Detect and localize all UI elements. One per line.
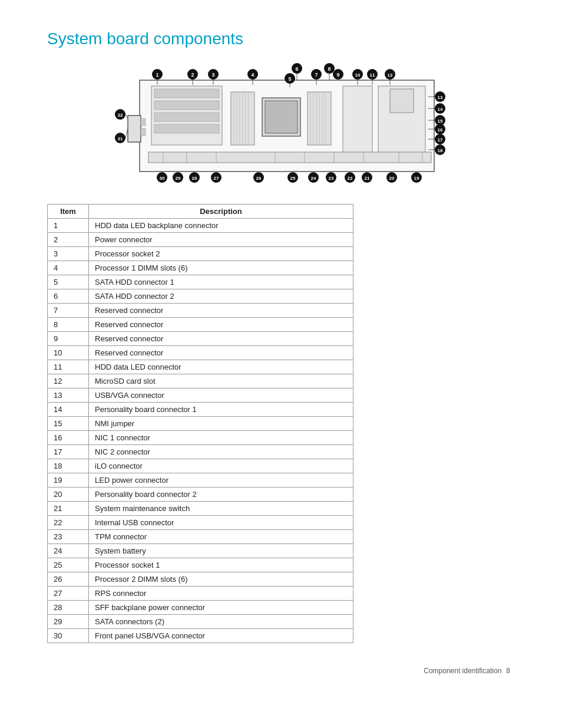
svg-text:29: 29: [176, 176, 181, 181]
svg-text:31: 31: [118, 136, 123, 141]
svg-text:7: 7: [315, 72, 318, 78]
table-row: 13USB/VGA connector: [48, 388, 353, 403]
table-cell-description: iLO connector: [89, 459, 353, 473]
svg-text:17: 17: [438, 137, 443, 143]
svg-text:21: 21: [365, 176, 370, 181]
svg-text:20: 20: [389, 176, 395, 181]
diagram-svg: 1 2 3 4 5 6 7 8 9 10 11 12 13 14 15 16 1…: [98, 62, 464, 192]
svg-rect-26: [141, 118, 146, 126]
table-cell-description: MicroSD card slot: [89, 374, 353, 388]
page-title: System board components: [47, 29, 515, 48]
svg-text:15: 15: [438, 118, 443, 124]
table-row: 24System battery: [48, 544, 353, 558]
table-cell-description: HDD data LED connector: [89, 360, 353, 374]
page-footer: Component identification 8: [47, 667, 515, 675]
table-cell-item: 27: [48, 587, 89, 601]
svg-rect-25: [128, 116, 141, 142]
table-row: 19LED power connector: [48, 473, 353, 487]
table-row: 20Personality board connector 2: [48, 487, 353, 502]
table-cell-description: RPS connector: [89, 587, 353, 601]
table-cell-description: Reserved connector: [89, 304, 353, 318]
table-row: 22Internal USB connector: [48, 516, 353, 530]
table-row: 3Processor socket 2: [48, 247, 353, 261]
table-row: 5SATA HDD connector 1: [48, 275, 353, 289]
table-cell-description: SATA HDD connector 2: [89, 289, 353, 304]
svg-text:19: 19: [414, 176, 419, 181]
table-cell-description: Processor socket 2: [89, 247, 353, 261]
table-row: 9Reserved connector: [48, 332, 353, 346]
system-board-diagram: 1 2 3 4 5 6 7 8 9 10 11 12 13 14 15 16 1…: [47, 62, 515, 192]
table-row: 17NIC 2 connector: [48, 445, 353, 459]
col-desc-header: Description: [89, 205, 353, 219]
table-cell-description: HDD data LED backplane connector: [89, 219, 353, 233]
table-cell-description: Processor 1 DIMM slots (6): [89, 261, 353, 275]
table-cell-item: 26: [48, 572, 89, 587]
table-cell-item: 13: [48, 388, 89, 403]
table-cell-item: 1: [48, 219, 89, 233]
table-cell-item: 17: [48, 445, 89, 459]
table-cell-description: USB/VGA connector: [89, 388, 353, 403]
table-row: 12MicroSD card slot: [48, 374, 353, 388]
table-cell-description: Internal USB connector: [89, 516, 353, 530]
table-cell-item: 28: [48, 601, 89, 615]
table-row: 4Processor 1 DIMM slots (6): [48, 261, 353, 275]
table-cell-description: Processor 2 DIMM slots (6): [89, 572, 353, 587]
table-cell-description: SATA HDD connector 1: [89, 275, 353, 289]
table-row: 2Power connector: [48, 233, 353, 247]
col-item-header: Item: [48, 205, 89, 219]
table-cell-item: 2: [48, 233, 89, 247]
table-row: 6SATA HDD connector 2: [48, 289, 353, 304]
table-cell-item: 9: [48, 332, 89, 346]
table-cell-item: 4: [48, 261, 89, 275]
footer-page-number: 8: [506, 667, 510, 675]
table-cell-description: LED power connector: [89, 473, 353, 487]
table-cell-description: SFF backplane power connector: [89, 601, 353, 615]
svg-text:12: 12: [388, 73, 393, 78]
table-cell-description: System battery: [89, 544, 353, 558]
table-row: 7Reserved connector: [48, 304, 353, 318]
svg-text:9: 9: [336, 72, 339, 78]
table-cell-item: 15: [48, 417, 89, 431]
table-row: 26Processor 2 DIMM slots (6): [48, 572, 353, 587]
svg-text:10: 10: [355, 73, 361, 78]
svg-rect-28: [148, 152, 431, 163]
svg-text:14: 14: [438, 107, 443, 112]
components-table: Item Description 1HDD data LED backplane…: [47, 204, 353, 643]
table-header-row: Item Description: [48, 205, 353, 219]
svg-text:28: 28: [192, 176, 197, 181]
table-cell-item: 8: [48, 318, 89, 332]
table-row: 10Reserved connector: [48, 346, 353, 360]
table-cell-item: 30: [48, 629, 89, 643]
table-cell-description: Front panel USB/VGA connector: [89, 629, 353, 643]
table-row: 27RPS connector: [48, 587, 353, 601]
table-cell-item: 24: [48, 544, 89, 558]
table-cell-item: 20: [48, 487, 89, 502]
svg-text:25: 25: [290, 176, 296, 181]
table-cell-description: NIC 1 connector: [89, 431, 353, 445]
svg-rect-3: [154, 101, 219, 110]
table-cell-description: Personality board connector 1: [89, 403, 353, 417]
table-cell-item: 3: [48, 247, 89, 261]
table-cell-item: 18: [48, 459, 89, 473]
table-row: 28SFF backplane power connector: [48, 601, 353, 615]
svg-text:5: 5: [288, 76, 291, 82]
table-row: 18iLO connector: [48, 459, 353, 473]
table-cell-item: 16: [48, 431, 89, 445]
svg-text:2: 2: [191, 72, 194, 78]
svg-text:23: 23: [329, 176, 334, 181]
svg-text:24: 24: [311, 176, 316, 181]
table-cell-description: Reserved connector: [89, 318, 353, 332]
table-cell-item: 23: [48, 530, 89, 544]
table-cell-item: 10: [48, 346, 89, 360]
table-row: 16NIC 1 connector: [48, 431, 353, 445]
table-cell-item: 7: [48, 304, 89, 318]
table-cell-description: NIC 2 connector: [89, 445, 353, 459]
svg-text:8: 8: [328, 66, 330, 72]
table-row: 21System maintenance switch: [48, 502, 353, 516]
table-row: 11HDD data LED connector: [48, 360, 353, 374]
svg-rect-4: [154, 113, 219, 121]
svg-rect-2: [154, 89, 219, 98]
table-cell-item: 21: [48, 502, 89, 516]
table-row: 23TPM connector: [48, 530, 353, 544]
svg-text:16: 16: [438, 127, 443, 133]
